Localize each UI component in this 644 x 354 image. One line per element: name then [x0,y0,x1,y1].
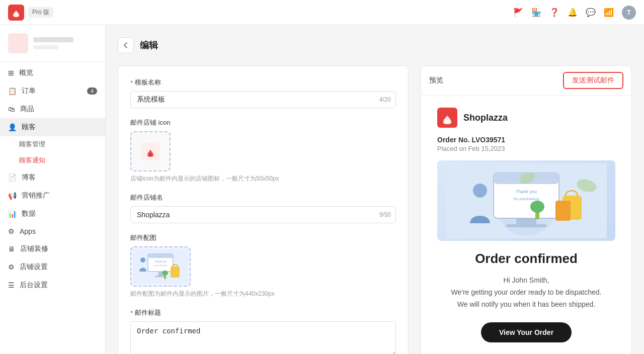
preview-order-info: Order No. LVO39571 Placed on Feb 15,2023 [437,136,615,152]
sidebar-item-orders[interactable]: 📋 订单 4 [0,82,105,100]
preview-logo-icon [437,108,457,128]
sidebar-item-data[interactable]: 📊 数据 [0,205,105,223]
store-icon-upload[interactable] [130,131,171,171]
svg-text:Thank you: Thank you [516,189,537,194]
store-name-char-count: 9/50 [379,211,391,218]
preview-banner: Thank you for purchasing [437,160,615,241]
required-star-2: * [130,309,133,317]
settings-icon: ⚙ [8,263,15,271]
store-icon-label: 邮件店铺 icon [130,118,396,127]
template-name-input-wrapper: 4/20 [130,91,396,108]
shoplazza-logo [8,5,24,21]
sidebar-item-store-design[interactable]: 🖥 店铺装修 [0,240,105,258]
sidebar-item-apps[interactable]: ⚙ Apps [0,223,105,240]
svg-rect-5 [158,272,163,276]
wifi-icon[interactable]: 📶 [604,8,614,18]
design-icon: 🖥 [8,245,15,253]
preview-email: Shoplazza Order No. LVO39571 Placed on F… [421,96,631,354]
store-icon-group: 邮件店铺 icon 店铺icon为邮件内显示的店铺图标，一般尺寸为50x50px [130,118,396,183]
store-name-label: 邮件店铺名 [130,193,396,202]
store-name-input-wrapper: 9/50 [130,206,396,223]
orders-badge: 4 [87,87,97,95]
avatar[interactable]: T [622,6,636,20]
backend-icon: ☰ [8,281,15,289]
subject-label: * 邮件标题 [130,308,396,317]
svg-text:for purchasing: for purchasing [154,264,167,267]
svg-point-7 [140,257,145,262]
store-name-group: 邮件店铺名 9/50 [130,193,396,223]
sidebar-sub-customers: 顾客管理 顾客通知 [0,136,105,168]
svg-text:for purchasing: for purchasing [514,197,539,201]
back-button[interactable] [118,37,134,53]
preview-order-no: Order No. LVO39571 [437,136,615,144]
sidebar: ⊞ 概览 📋 订单 4 🛍 商品 👤 顾客 顾客管理 顾客通 [0,25,106,354]
svg-text:Thank you: Thank you [154,260,167,263]
sidebar-item-backend-settings[interactable]: ☰ 后台设置 [0,276,105,294]
template-name-group: * 模板名称 4/20 [130,78,396,108]
orders-icon: 📋 [8,87,17,95]
help-icon[interactable]: ❓ [549,8,559,18]
sidebar-item-customers[interactable]: 👤 顾客 [0,118,105,136]
main-content: 编辑 * 模板名称 4/20 [106,25,644,354]
layout: ⊞ 概览 📋 订单 4 🛍 商品 👤 顾客 顾客管理 顾客通 [0,25,644,354]
sidebar-item-products[interactable]: 🛍 商品 [0,100,105,118]
bell-icon[interactable]: 🔔 [568,8,578,18]
left-column: * 模板名称 4/20 邮件店铺 icon [118,65,409,354]
sidebar-item-blog[interactable]: 📄 博客 [0,168,105,187]
flag-icon[interactable]: 🚩 [513,8,523,18]
svg-point-10 [162,271,168,276]
sidebar-sub-item-customer-management[interactable]: 顾客管理 [19,136,105,152]
sidebar-sub-item-customer-notifications[interactable]: 顾客通知 [19,152,105,168]
svg-rect-8 [171,267,180,278]
subject-group: * 邮件标题 Order confirmed 15 / 100 [130,308,396,354]
svg-rect-66 [555,201,571,221]
logo-area: Pro 版 [8,5,53,21]
preview-body-text: Hi John Smith, We're getting your order … [437,275,615,310]
page-title: 编辑 [140,39,158,51]
svg-point-64 [473,184,487,198]
svg-point-68 [530,201,544,213]
products-icon: 🛍 [8,105,15,113]
grid-icon: ⊞ [8,69,14,77]
store-icon[interactable]: 🏪 [531,8,541,18]
data-icon: 📊 [8,210,17,218]
banner-group: 邮件配图 [130,233,396,298]
store-name-input[interactable] [130,206,396,223]
preview-body: Shoplazza Order No. LVO39571 Placed on F… [421,96,631,354]
blog-icon: 📄 [8,173,17,182]
store-sub-line [33,45,58,49]
sidebar-item-store-settings[interactable]: ⚙ 店铺设置 [0,258,105,276]
customers-icon: 👤 [8,123,17,131]
preview-label: 预览 [429,76,443,85]
topnav: Pro 版 🚩 🏪 ❓ 🔔 💬 📶 T [0,0,644,25]
sidebar-section-main: ⊞ 概览 📋 订单 4 🛍 商品 👤 顾客 顾客管理 顾客通 [0,64,105,294]
banner-upload[interactable]: Thank you for purchasing [130,246,191,287]
sidebar-item-marketing[interactable]: 📢 营销推广 [0,187,105,205]
store-thumbnail [8,33,28,53]
sidebar-item-overview[interactable]: ⊞ 概览 [0,64,105,82]
banner-hint: 邮件配图为邮件内显示的图片，一般尺寸为440x230px [130,290,396,298]
send-test-button[interactable]: 发送测试邮件 [563,72,623,89]
preview-cta-button[interactable]: View Your Order [481,322,572,342]
subject-textarea[interactable]: Order confirmed [130,321,396,354]
form-section: * 模板名称 4/20 邮件店铺 icon [118,65,409,354]
banner-label: 邮件配图 [130,233,396,242]
preview-order-date: Placed on Feb 15,2023 [437,145,615,152]
preview-header: 预览 发送测试邮件 [421,66,631,96]
svg-rect-61 [506,224,546,227]
svg-rect-60 [516,218,536,224]
svg-rect-4 [148,254,173,258]
page-header: 编辑 [118,37,632,53]
store-name-area [33,37,97,49]
preview-email-header: Shoplazza [437,108,615,128]
right-column: 预览 发送测试邮件 Shopla [421,65,632,354]
template-name-char-count: 4/20 [379,96,391,103]
preview-headline: Order confirmed [437,251,615,267]
template-name-input[interactable] [130,91,396,108]
preview-store-name: Shoplazza [463,113,508,123]
template-name-label: * 模板名称 [130,78,396,87]
store-info [0,25,105,62]
chat-icon[interactable]: 💬 [586,8,596,18]
preview-panel: 预览 发送测试邮件 Shopla [421,65,632,354]
pro-badge: Pro 版 [28,7,53,18]
